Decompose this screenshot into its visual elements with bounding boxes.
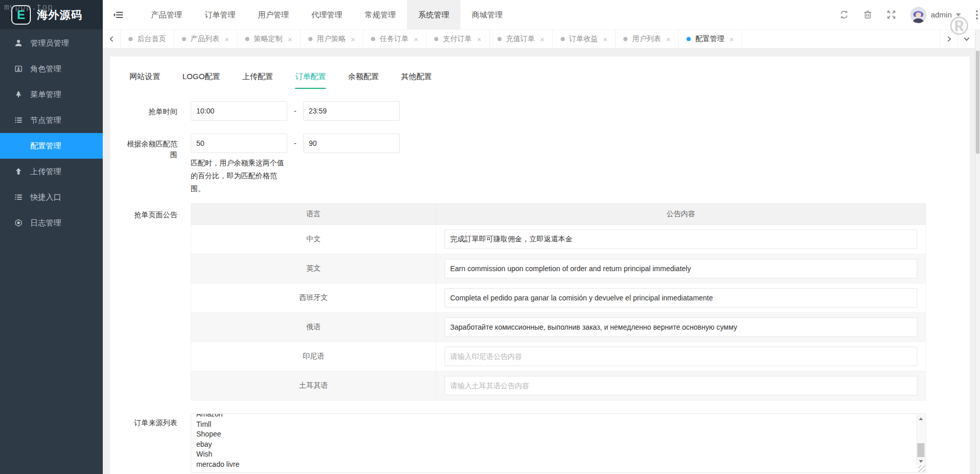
content-tab[interactable]: 订单配置 [295,72,326,89]
announcement-label: 抢单页面公告 [118,203,191,220]
sidebar-item[interactable]: 管理员管理 [0,30,103,56]
order-sources-textarea[interactable]: Amazon Timll Shopee ebay Wish mercado li… [191,413,926,473]
close-icon[interactable]: × [477,35,482,44]
tab-status-dot-icon [128,37,133,41]
collapse-sidebar-icon[interactable] [103,0,134,29]
balance-max-input[interactable] [303,134,400,153]
sidebar-item[interactable]: 节点管理 [0,107,103,133]
order-sources-row: 订单来源列表 Amazon Timll Shopee ebay Wish mer… [118,413,970,473]
scrollbar-thumb[interactable] [917,443,924,457]
announcement-cell [436,342,926,371]
page-scrollbar-thumb[interactable] [976,51,979,154]
tabbar-tab[interactable]: 配置管理× [679,30,742,48]
tabbar-tab[interactable]: 用户列表× [616,30,679,48]
top-header: 产品管理订单管理用户管理代理管理常规管理系统管理商城管理 [103,0,980,29]
tab-status-dot-icon [687,37,691,41]
sidebar-item-label: 日志管理 [30,218,61,228]
close-icon[interactable]: × [288,35,292,44]
content-tab[interactable]: 余额配置 [348,72,379,89]
fullscreen-icon[interactable] [886,10,896,20]
announcement-row: 抢单页面公告 语言 公告内容 中文英文西班牙文俄语印尼语土耳其语 [118,203,970,401]
tabbar-tab[interactable]: 策略定制× [237,30,301,48]
tabbar-tab[interactable]: 订单收益× [553,30,616,48]
nav-item[interactable]: 代理管理 [300,0,354,29]
sidebar-item-label: 菜单管理 [30,90,61,100]
tab-status-dot-icon [308,37,312,41]
tabs-scroll-left-icon[interactable] [103,30,120,48]
tabbar-tab[interactable]: 用户策略× [301,30,364,48]
tab-label: 策略定制 [254,34,283,44]
page-scrollbar[interactable] [975,29,980,474]
close-icon[interactable]: × [225,35,229,44]
watermark-text: myppp.top [4,3,53,12]
sidebar-item[interactable]: 快捷入口 [0,184,103,210]
tab-label: 订单收益 [569,34,598,44]
close-icon[interactable]: × [351,35,356,44]
content-tab[interactable]: LOGO配置 [182,72,220,89]
tab-label: 用户列表 [632,34,661,44]
tab-status-dot-icon [371,37,375,41]
language-cell: 西班牙文 [191,283,436,313]
nav-item[interactable]: 常规管理 [354,0,407,29]
balance-min-input[interactable] [191,134,287,153]
announcement-input[interactable] [445,347,917,366]
close-icon[interactable]: × [540,35,545,44]
order-config-form: 抢单时间 - 根据余额匹配范围 - 匹配时，用户余额乘这两个值的百分比，即为匹配… [110,89,970,473]
tab-status-dot-icon [434,37,438,41]
sidebar-item[interactable]: 菜单管理 [0,82,103,107]
close-icon[interactable]: × [603,35,608,44]
sidebar-item[interactable]: 上传管理 [0,159,103,184]
announcement-input[interactable] [445,376,917,395]
tabbar-tab[interactable]: 充值订单× [490,30,553,48]
tabbar-tab[interactable]: 任务订单× [363,30,427,48]
close-icon[interactable]: × [666,35,671,44]
announcement-table: 语言 公告内容 中文英文西班牙文俄语印尼语土耳其语 [191,203,926,401]
content-tab[interactable]: 其他配置 [401,72,432,89]
textarea-scrollbar[interactable] [916,414,925,465]
grab-time-end-input[interactable] [303,101,400,121]
close-icon[interactable]: × [729,35,734,44]
tabbar-tab[interactable]: 产品列表× [174,30,237,48]
tabbar-tab[interactable]: 支付订单× [427,30,490,48]
announcement-cell [436,313,926,342]
order-sources-label: 订单来源列表 [118,413,191,428]
announcement-input[interactable] [445,230,917,249]
content-tab[interactable]: 网站设置 [130,72,160,89]
clear-trash-icon[interactable] [863,10,873,20]
role-badge-icon [14,65,23,73]
shortcut-list-icon [14,193,23,201]
nav-item[interactable]: 产品管理 [140,0,193,29]
nav-item[interactable]: 系统管理 [407,0,460,29]
tab-label: 配置管理 [695,34,724,44]
content-column-header: 公告内容 [436,204,926,225]
grab-time-start-input[interactable] [191,101,287,121]
avatar [910,7,927,23]
close-icon[interactable]: × [414,35,418,44]
sidebar-item[interactable]: 日志管理 [0,210,103,236]
announcement-input[interactable] [445,288,917,308]
nav-item[interactable]: 订单管理 [193,0,247,29]
sidebar-item-label: 上传管理 [30,167,61,177]
tab-status-dot-icon [623,37,627,41]
refresh-icon[interactable] [839,10,849,20]
announcement-input[interactable] [445,259,917,278]
content-tabs: 网站设置LOGO配置上传配置订单配置余额配置其他配置 [110,56,970,89]
tab-label: 充值订单 [506,34,535,44]
sidebar-item[interactable]: 配置管理 [0,133,103,159]
announcement-cell [436,225,926,254]
language-column-header: 语言 [191,204,436,225]
resize-grip[interactable] [918,465,925,472]
sidebar-item[interactable]: 角色管理 [0,56,103,82]
tabbar-tab[interactable]: 后台首页 [120,30,174,48]
nav-item[interactable]: 用户管理 [247,0,300,29]
tab-label: 用户策略 [317,34,346,44]
announcement-table-row: 印尼语 [191,342,926,371]
announcement-input[interactable] [445,317,917,337]
more-menu-icon[interactable] [975,8,979,22]
content-tab[interactable]: 上传配置 [242,72,273,89]
scroll-down-icon[interactable] [917,457,925,465]
scroll-up-icon[interactable] [917,414,925,423]
nav-item[interactable]: 商城管理 [460,0,514,29]
tabs-list: 后台首页产品列表×策略定制×用户策略×任务订单×支付订单×充值订单×订单收益×用… [120,30,940,48]
tab-status-dot-icon [497,37,502,41]
